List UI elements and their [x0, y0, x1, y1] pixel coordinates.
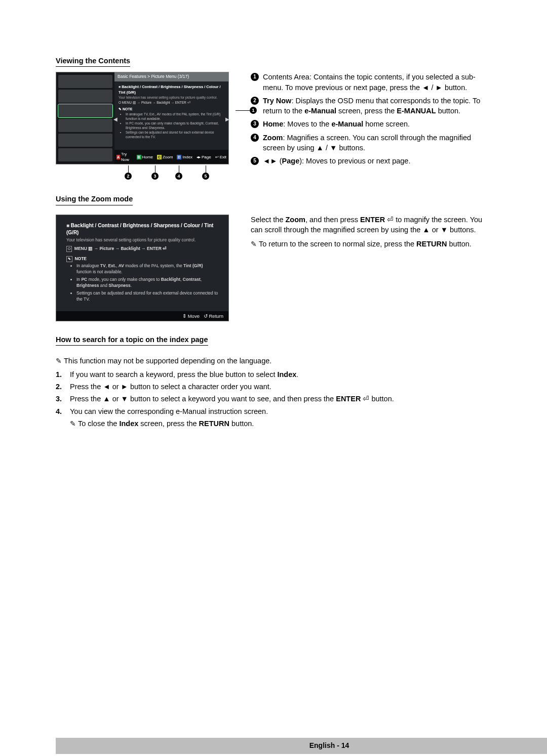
zoom-footer: ⇕ Move ↺ Return	[56, 311, 228, 321]
callout-line	[179, 165, 179, 173]
callout-bubble-5: 5	[202, 173, 209, 180]
thumbnail	[58, 119, 112, 132]
thumbnail	[58, 75, 112, 88]
key-d-icon: D	[177, 155, 181, 159]
index-top-note: This function may not be supported depen…	[56, 356, 491, 366]
circle-5-icon: 5	[251, 157, 259, 165]
circle-4-icon: 4	[251, 134, 259, 142]
step-1: If you want to search a keyword, press t…	[70, 369, 491, 380]
step-4: You can view the corresponding e-Manual …	[70, 406, 491, 416]
callout-bubble-3: 3	[151, 173, 159, 180]
thumbnail	[58, 148, 112, 161]
section-viewing: Viewing the Contents Basic Features > Pi…	[56, 56, 491, 181]
panel-body: ◀ ▶ ■ Backlight / Contrast / Brightness …	[114, 81, 228, 150]
zoom-note: In PC mode, you can only make changes to…	[76, 277, 218, 289]
heading-viewing: Viewing the Contents	[56, 56, 130, 67]
circle-1-icon: 1	[251, 73, 259, 81]
zoom-description: Select the Zoom, and then press ENTER ⏎ …	[251, 215, 491, 235]
circle-3-icon: 3	[251, 120, 259, 128]
zoom-headline: Backlight / Contrast / Brightness / Shar…	[66, 223, 213, 235]
callout-1-text: Contents Area: Contains the topic conten…	[263, 72, 491, 93]
section-zoom: Using the Zoom mode ■ Backlight / Contra…	[56, 194, 491, 321]
callout-5-text: ◄► (Page): Moves to previous or next pag…	[263, 156, 491, 166]
index-steps: 1.If you want to search a keyword, press…	[56, 369, 491, 416]
zoom-return-note: To return to the screen to normal size, …	[251, 239, 491, 249]
exit-icon: ↩	[215, 154, 219, 160]
zoom-note: In analogue TV, Ext., AV modes of the PA…	[76, 263, 218, 275]
zoom-menu-path: MENU ▥ → Picture → Backlight → ENTER ⏎	[74, 246, 167, 251]
page-arrows-icon: ◂▸	[197, 154, 201, 160]
callout-line	[155, 165, 155, 173]
panel-sub: Your television has several setting opti…	[119, 96, 217, 99]
e-manual-screenshot: Basic Features > Picture Menu (3/17) ◀ ▶…	[56, 72, 229, 164]
heading-zoom: Using the Zoom mode	[56, 194, 133, 205]
screenshot-area: Basic Features > Picture Menu (3/17) ◀ ▶…	[56, 72, 236, 181]
panel-menu-path: O MENU ▥ → Picture → Backlight → ENTER ⏎	[119, 101, 190, 104]
step-3: Press the ▲ or ▼ button to select a keyw…	[70, 394, 491, 404]
note-pencil-icon: ✎	[66, 256, 72, 262]
step-2: Press the ◄ or ► button to select a char…	[70, 382, 491, 392]
panel-headline: Backlight / Contrast / Brightness / Shar…	[119, 85, 221, 95]
callout-3-text: Home: Moves to the e-Manual home screen.	[263, 119, 491, 129]
section-index: How to search for a topic on the index p…	[56, 334, 491, 429]
move-icon: ⇕	[182, 313, 186, 319]
panel-breadcrumb: Basic Features > Picture Menu (3/17)	[114, 72, 228, 81]
key-b-icon: B	[137, 155, 141, 159]
panel-footer: ATry Now BHome CZoom DIndex ◂▸Page ↩Exit	[114, 150, 228, 164]
callout-line	[128, 165, 129, 173]
heading-index: How to search for a topic on the index p…	[56, 334, 208, 346]
callout-descriptions: 1Contents Area: Contains the topic conte…	[251, 72, 491, 181]
callout-2-text: Try Now: Displays the OSD menu that corr…	[263, 96, 491, 116]
nav-right-icon: ▶	[225, 116, 229, 123]
panel-notes: In analogue TV, Ext., AV modes of the PA…	[126, 112, 224, 140]
nav-left-icon: ◀	[113, 116, 118, 123]
circle-2-icon: 2	[251, 97, 259, 105]
return-icon: ↺	[204, 313, 208, 319]
key-c-icon: C	[157, 155, 162, 159]
index-bottom-note: To close the Index screen, press the RET…	[70, 418, 491, 429]
callout-line	[236, 110, 250, 111]
zoom-screenshot: ■ Backlight / Contrast / Brightness / Sh…	[56, 215, 229, 321]
callout-bubble-2: 2	[125, 173, 132, 180]
menu-o-icon: O	[66, 246, 72, 252]
page-footer: English - 14	[56, 738, 547, 754]
key-a-icon: A	[116, 155, 120, 159]
callout-4-text: Zoom: Magnifies a screen. You can scroll…	[263, 133, 491, 153]
callout-bubble-4: 4	[175, 173, 182, 180]
thumbnail-list	[56, 72, 114, 164]
zoom-note: Settings can be adjusted and stored for …	[76, 290, 218, 303]
note-label: ✎ NOTE	[119, 107, 224, 112]
callout-line	[206, 165, 206, 173]
zoom-sub: Your television has several setting opti…	[66, 237, 218, 243]
thumbnail	[58, 104, 112, 117]
thumbnail	[58, 90, 112, 103]
thumbnail	[58, 134, 112, 147]
